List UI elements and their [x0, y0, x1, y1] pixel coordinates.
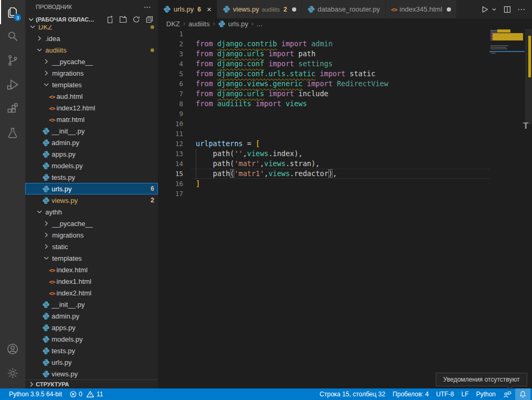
problems-indicator[interactable]: 0 11 [66, 388, 107, 400]
tree-file-models.py[interactable]: models.py [25, 160, 158, 171]
tree-file-aud.html[interactable]: <>aud.html [25, 90, 158, 102]
breadcrumb-item-DKZ[interactable]: DKZ [166, 20, 180, 28]
tree-file-index2.html[interactable]: <>index2.html [25, 287, 158, 299]
collapse-all-icon[interactable] [145, 15, 154, 24]
code-line-12[interactable]: 12urlpatterns = [ [158, 139, 532, 149]
tree-file-apps.py[interactable]: apps.py [25, 322, 158, 333]
tree-folder-audiiits[interactable]: audiiits [25, 44, 158, 56]
tree-file-__init__.py[interactable]: __init__.py [25, 299, 158, 310]
minimap[interactable] [489, 29, 525, 66]
new-file-icon[interactable] [106, 15, 114, 24]
tree-folder-migrations[interactable]: migrations [25, 229, 158, 241]
tree-file-index1.html[interactable]: <>index1.html [25, 275, 158, 287]
code-line-11[interactable]: 11 [158, 129, 532, 139]
close-icon[interactable]: × [207, 5, 212, 13]
line-number: 8 [158, 99, 183, 109]
tree-file-views.py[interactable]: views.py [25, 368, 158, 380]
outline-section-header[interactable]: СТРУКТУРА [25, 380, 158, 388]
tree-folder-templates[interactable]: templates [25, 252, 158, 264]
tab-index345.html[interactable]: <>index345.html [386, 0, 457, 18]
breadcrumb-item-...[interactable]: ... [257, 20, 263, 28]
tree-file-index.html[interactable]: <>index.html [25, 264, 158, 275]
split-editor-icon[interactable] [503, 5, 511, 14]
notifications-bell-button[interactable] [515, 388, 530, 400]
tree-file-admin.py[interactable]: admin.py [25, 137, 158, 148]
tab-problems-badge: 2 [284, 6, 287, 13]
feedback-button[interactable] [499, 388, 515, 400]
code-line-3[interactable]: 3from django.urls import path [158, 49, 532, 59]
code-line-8[interactable]: 8from audiiits import views [158, 99, 532, 109]
tab-database_roouter.py[interactable]: database_roouter.py [302, 0, 386, 18]
refresh-icon[interactable] [132, 15, 140, 24]
activity-source-control[interactable] [0, 48, 25, 73]
code-editor[interactable]: 12from django.contrib import admin3from … [158, 29, 532, 199]
html-file-icon: <> [391, 5, 397, 13]
tab-urls.py[interactable]: urls.py6× [158, 0, 217, 18]
tree-item-label: apps.py [52, 324, 76, 332]
tree-folder-static[interactable]: static [25, 241, 158, 252]
overview-ruler-warning-mark [528, 36, 531, 77]
workspace-label: (РАБОЧАЯ ОБЛАСТЬ) ... [36, 16, 98, 23]
line-content: urlpatterns = [ [191, 139, 489, 149]
tree-file-models.py[interactable]: models.py [25, 333, 158, 345]
chevron-down-icon [35, 46, 44, 54]
code-line-10[interactable]: 10 [158, 119, 532, 129]
tree-file-index12.html[interactable]: <>index12.html [25, 102, 158, 114]
tree-file-urls.py[interactable]: urls.py [25, 356, 158, 368]
tree-file-admin.py[interactable]: admin.py [25, 310, 158, 322]
code-line-5[interactable]: 5from django.conf.urls.static import sta… [158, 69, 532, 79]
code-line-1[interactable]: 1 [158, 29, 532, 39]
python-file-icon [42, 335, 50, 343]
more-actions-icon[interactable]: ⋯ [517, 5, 526, 14]
breadcrumb-item-urls.py[interactable]: urls.py [218, 20, 248, 28]
error-icon [69, 391, 77, 398]
activity-extensions[interactable] [0, 97, 25, 121]
tree-folder-migrations[interactable]: migrations [25, 67, 158, 79]
explorer-title: ПРОВОДНИК [36, 4, 72, 10]
line-number: 12 [158, 139, 183, 149]
encoding[interactable]: UTF-8 [433, 388, 458, 400]
warning-icon [86, 391, 94, 398]
tree-file-views.py[interactable]: views.py2 [25, 194, 158, 206]
code-line-13[interactable]: 13 path('',views.index), [158, 149, 532, 159]
new-folder-icon[interactable] [119, 15, 127, 24]
cursor-position[interactable]: Строка 15, столбец 32 [316, 388, 389, 400]
code-line-15[interactable]: 15 path('matr1',views.redactor), [158, 169, 532, 179]
tree-folder-aythh[interactable]: aythh [25, 206, 158, 218]
breadcrumb-item-audiiits[interactable]: audiiits [188, 20, 209, 28]
code-line-7[interactable]: 7from django.urls import include [158, 89, 532, 99]
indentation[interactable]: Пробелов: 4 [389, 388, 433, 400]
tree-file-urls.py[interactable]: urls.py6 [25, 183, 158, 194]
language-mode[interactable]: Python [473, 388, 499, 400]
code-line-9[interactable]: 9 [158, 109, 532, 119]
activity-settings[interactable] [0, 361, 25, 385]
tree-file-tests.py[interactable]: tests.py [25, 345, 158, 356]
code-line-16[interactable]: 16] [158, 179, 532, 189]
activity-testing[interactable] [0, 121, 25, 145]
tree-folder-__pycache__[interactable]: __pycache__ [25, 56, 158, 67]
activity-search[interactable] [0, 24, 25, 48]
run-dropdown-chevron-icon[interactable] [491, 6, 497, 13]
tree-file-__init__.py[interactable]: __init__.py [25, 125, 158, 137]
tree-folder-templates[interactable]: templates [25, 79, 158, 90]
activity-explorer[interactable]: 3 [0, 0, 25, 24]
code-line-2[interactable]: 2from django.contrib import admin [158, 39, 532, 49]
tab-views.py[interactable]: views.pyaudiiits2 [217, 0, 302, 18]
activity-run-debug[interactable] [0, 73, 25, 97]
tree-file-matr.html[interactable]: <>matr.html [25, 114, 158, 125]
tree-folder-.idea[interactable]: .idea [25, 33, 158, 44]
code-line-14[interactable]: 14 path('matr',views.stran), [158, 159, 532, 169]
python-interpreter[interactable]: Python 3.9.5 64-bit [5, 388, 66, 400]
problems-badge: 6 [150, 185, 154, 192]
tree-file-apps.py[interactable]: apps.py [25, 148, 158, 160]
activity-accounts[interactable] [0, 337, 25, 361]
code-line-17[interactable]: 17 [158, 189, 532, 199]
explorer-more-actions[interactable]: ⋯ [144, 3, 152, 11]
code-line-6[interactable]: 6from django.views.generic import Redire… [158, 79, 532, 89]
eol-sequence[interactable]: LF [458, 388, 473, 400]
workspace-section-header[interactable]: (РАБОЧАЯ ОБЛАСТЬ) ... [25, 14, 158, 25]
tree-folder-__pycache__[interactable]: __pycache__ [25, 218, 158, 229]
run-file-button[interactable] [480, 5, 489, 14]
tree-file-tests.py[interactable]: tests.py [25, 171, 158, 183]
code-line-4[interactable]: 4from django.conf import settings [158, 59, 532, 69]
